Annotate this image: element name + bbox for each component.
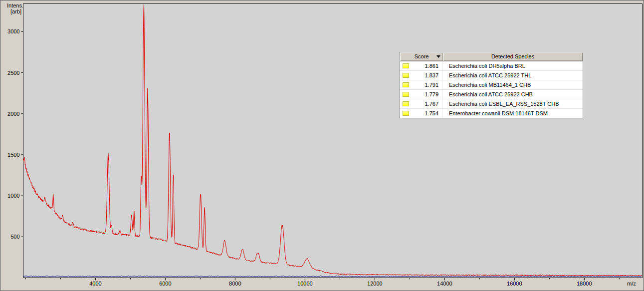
x-tick-label: 12000	[367, 281, 383, 287]
sort-arrow-icon[interactable]	[436, 55, 440, 58]
y-axis-ticks	[21, 31, 23, 237]
result-score: 1.754	[411, 109, 443, 118]
result-score: 1.767	[411, 99, 443, 108]
result-species: Escherichia coli ATCC 25922 THL	[443, 71, 583, 80]
result-species: Enterobacter cowanii DSM 18146T DSM	[443, 109, 583, 118]
y-tick-label: 2500	[7, 70, 19, 76]
result-row[interactable]: 1.779Escherichia coli ATCC 25922 CHB	[400, 90, 583, 99]
result-species: Escherichia coli ATCC 25922 CHB	[443, 90, 583, 99]
result-row[interactable]: 1.837Escherichia coli ATCC 25922 THL	[400, 71, 583, 80]
plot-area	[23, 4, 643, 278]
x-axis-ticks	[25, 278, 619, 281]
result-score: 1.861	[411, 61, 443, 70]
match-icon-cell	[400, 71, 411, 80]
results-table-header: Score Detected Species	[400, 52, 583, 61]
x-tick-label: 8000	[229, 281, 241, 287]
match-icon-cell	[400, 61, 411, 70]
y-axis-unit-label: [arb]	[10, 8, 21, 14]
results-table: Score Detected Species 1.861Escherichia …	[400, 52, 583, 118]
y-tick-label: 1500	[7, 152, 19, 158]
y-tick-label: 500	[10, 234, 19, 240]
match-quality-icon	[403, 111, 409, 116]
match-icon-cell	[400, 90, 411, 99]
match-icon-cell	[400, 80, 411, 89]
y-tick-label: 3000	[7, 28, 19, 34]
match-quality-icon	[403, 92, 409, 97]
score-column-header[interactable]: Score	[400, 52, 443, 61]
match-icon-cell	[400, 109, 411, 118]
match-quality-icon	[403, 73, 409, 78]
result-score: 1.791	[411, 80, 443, 89]
result-row[interactable]: 1.767Escherichia coli ESBL_EA_RSS_1528T …	[400, 99, 583, 109]
x-tick-label: 14000	[437, 281, 452, 287]
x-axis-label: m/z	[627, 281, 636, 287]
match-icon-cell	[400, 99, 411, 108]
result-species: Escherichia coli ESBL_EA_RSS_1528T CHB	[443, 99, 583, 108]
mass-spectrum-chart: 4000600080001000012000140001600018000m/z…	[0, 0, 644, 291]
result-species: Escherichia coli DH5alpha BRL	[443, 61, 583, 70]
x-tick-label: 6000	[159, 281, 171, 287]
match-quality-icon	[403, 82, 409, 87]
result-row[interactable]: 1.791Escherichia coli MB11464_1 CHB	[400, 80, 583, 90]
x-tick-label: 18000	[577, 281, 592, 287]
x-tick-label: 16000	[507, 281, 522, 287]
result-row[interactable]: 1.861Escherichia coli DH5alpha BRL	[400, 61, 583, 71]
x-tick-label: 4000	[89, 281, 101, 287]
species-header-label: Detected Species	[491, 53, 534, 59]
x-tick-label: 10000	[297, 281, 313, 287]
results-table-body: 1.861Escherichia coli DH5alpha BRL1.837E…	[400, 61, 583, 118]
y-tick-label: 2000	[7, 111, 19, 117]
result-score: 1.779	[411, 90, 443, 99]
y-axis-label: Intens.	[7, 2, 23, 8]
result-species: Escherichia coli MB11464_1 CHB	[443, 80, 583, 89]
result-row[interactable]: 1.754Enterobacter cowanii DSM 18146T DSM	[400, 109, 583, 118]
match-quality-icon	[403, 63, 409, 68]
result-score: 1.837	[411, 71, 443, 80]
y-tick-label: 1000	[7, 193, 19, 199]
species-column-header[interactable]: Detected Species	[443, 52, 583, 61]
match-quality-icon	[403, 101, 409, 106]
score-header-label: Score	[415, 53, 429, 59]
spectrum-view-window: 4000600080001000012000140001600018000m/z…	[0, 0, 644, 291]
